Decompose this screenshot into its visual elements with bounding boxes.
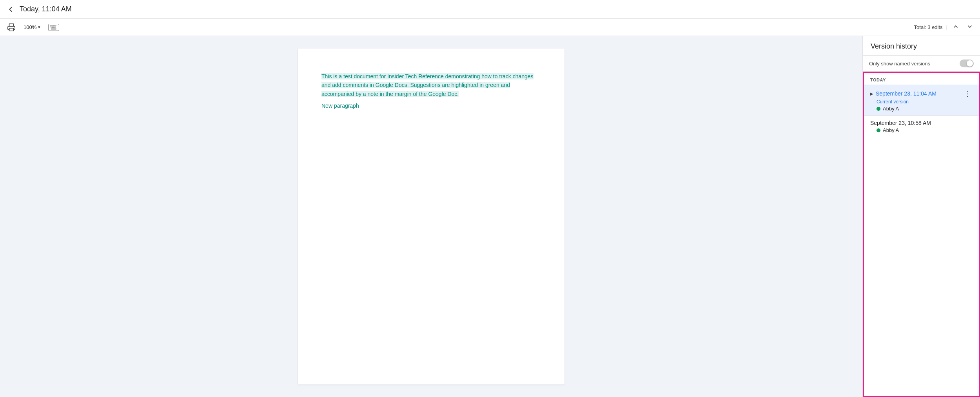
keyboard-button[interactable] <box>46 22 62 32</box>
nav-down-button[interactable] <box>964 23 975 32</box>
version-date-current: September 23, 11:04 AM <box>876 90 936 97</box>
version-history-title: Version history <box>871 42 917 51</box>
current-version-label: Current version <box>877 99 973 105</box>
print-button[interactable] <box>5 22 18 33</box>
back-button[interactable] <box>6 5 15 14</box>
document-paragraph-2: New paragraph <box>321 101 541 110</box>
version-author-older: Abby A <box>877 127 973 133</box>
document-title: Today, 11:04 AM <box>20 5 974 13</box>
version-author-current: Abby A <box>877 106 973 112</box>
document-paragraph-1: This is a test document for Insider Tech… <box>321 72 541 98</box>
svg-rect-5 <box>51 27 52 28</box>
svg-rect-3 <box>53 25 54 26</box>
print-icon <box>7 23 16 32</box>
zoom-arrow: ▾ <box>38 25 40 30</box>
author-dot-current <box>877 107 880 111</box>
document-page: This is a test document for Insider Tech… <box>298 49 564 384</box>
svg-rect-0 <box>9 28 14 31</box>
version-history-header: Version history <box>863 36 980 56</box>
svg-rect-4 <box>55 25 56 26</box>
version-item-older[interactable]: September 23, 10:58 AM Abby A <box>864 116 979 137</box>
named-versions-label: Only show named versions <box>869 61 930 67</box>
author-dot-older <box>877 128 880 132</box>
version-list: TODAY ▶ September 23, 11:04 AM ⋮ Current… <box>863 72 980 397</box>
keyboard-icon <box>48 24 59 31</box>
nav-up-button[interactable] <box>950 23 961 32</box>
version-item-current[interactable]: ▶ September 23, 11:04 AM ⋮ Current versi… <box>864 85 979 115</box>
version-history-panel: Version history Only show named versions… <box>862 36 980 397</box>
svg-rect-6 <box>53 27 54 28</box>
version-more-button[interactable]: ⋮ <box>962 88 973 99</box>
section-label-today: TODAY <box>864 73 979 85</box>
version-expand-arrow: ▶ <box>870 92 873 96</box>
named-versions-toggle[interactable] <box>960 60 974 67</box>
version-date-older: September 23, 10:58 AM <box>870 120 931 126</box>
zoom-selector[interactable]: 100% ▾ <box>21 23 43 31</box>
highlighted-text: This is a test document for Insider Tech… <box>321 73 534 97</box>
zoom-value: 100% <box>24 24 36 30</box>
svg-rect-1 <box>50 25 51 26</box>
svg-rect-7 <box>54 27 55 28</box>
toggle-knob <box>967 60 973 67</box>
named-versions-row: Only show named versions <box>863 56 980 72</box>
svg-rect-8 <box>51 29 56 29</box>
svg-rect-2 <box>52 25 53 26</box>
edit-count: Total: 3 edits <box>914 24 943 30</box>
document-area: This is a test document for Insider Tech… <box>0 36 862 397</box>
